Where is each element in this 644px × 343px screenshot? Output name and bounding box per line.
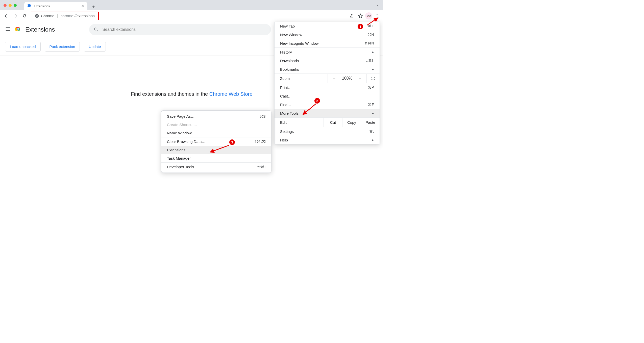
menu-zoom: Zoom − 100% + [275,74,380,83]
menu-bookmarks[interactable]: Bookmarks▸ [275,65,380,74]
annotation-arrow-3 [208,144,231,154]
hamburger-icon[interactable] [5,26,11,33]
annotation-badge-3: 3 [229,139,235,145]
menu-more-tools[interactable]: More Tools▸ [275,109,380,117]
annotation-badge-2: 2 [314,98,320,104]
browser-toolbar: Chrome chrome://extensions 👓 [0,10,383,21]
menu-history[interactable]: History▸ [275,48,380,56]
pack-extension-button[interactable]: Pack extension [45,42,80,52]
menu-help[interactable]: Help▸ [275,136,380,144]
search-input[interactable] [102,27,266,32]
reload-button[interactable] [21,12,28,20]
chrome-main-menu: New Tab⌘T New Window⌘N New Incognito Win… [274,22,380,144]
tab-close-icon[interactable]: ✕ [81,4,84,8]
window-maximize-button[interactable] [14,4,17,7]
window-minimize-button[interactable] [9,4,12,7]
menu-cast[interactable]: Cast… [275,92,380,100]
zoom-out-button[interactable]: − [328,74,341,83]
tab-title: Extensions [34,4,50,8]
site-chip-label: Chrome [41,14,54,18]
fullscreen-icon[interactable] [366,74,380,83]
more-tools-submenu: Save Page As…⌘S Create Shortcut… Name Wi… [161,110,271,173]
page-title: Extensions [25,26,55,33]
tab-strip: Extensions ✕ + [24,0,97,10]
web-store-link[interactable]: Chrome Web Store [209,91,253,97]
menu-new-tab[interactable]: New Tab⌘T [275,22,380,30]
annotation-badge-1: 1 [358,24,363,29]
share-icon[interactable] [348,12,356,20]
menu-incognito[interactable]: New Incognito Window⇧⌘N [275,39,380,47]
star-icon[interactable] [357,12,364,20]
menu-copy[interactable]: Copy [342,118,361,127]
url-display: chrome://extensions [61,14,94,18]
menu-new-window[interactable]: New Window⌘N [275,30,380,39]
chevron-right-icon: ▸ [372,138,374,142]
back-button[interactable] [3,12,10,20]
zoom-in-button[interactable]: + [354,74,366,83]
chevron-right-icon: ▸ [372,50,374,54]
svg-line-10 [303,104,316,114]
chrome-icon [35,14,39,18]
search-icon [94,27,99,32]
window-titlebar: Extensions ✕ + [0,0,383,10]
submenu-create-shortcut: Create Shortcut… [161,120,271,129]
menu-find[interactable]: Find…⌘F [275,100,380,109]
chip-divider [57,14,58,18]
submenu-save-as[interactable]: Save Page As…⌘S [161,112,271,120]
load-unpacked-button[interactable]: Load unpacked [5,42,41,52]
chrome-logo-icon [15,26,21,33]
chevron-right-icon: ▸ [372,111,374,115]
submenu-name-window[interactable]: Name Window… [161,129,271,137]
svg-point-2 [36,15,38,16]
svg-line-11 [210,145,229,152]
zoom-value: 100% [341,74,354,83]
update-button[interactable]: Update [84,42,106,52]
menu-downloads[interactable]: Downloads⌥⌘L [275,56,380,65]
submenu-dev-tools[interactable]: Developer Tools⌥⌘I [161,163,271,171]
address-bar[interactable]: Chrome chrome://extensions [31,12,99,20]
site-chip[interactable]: Chrome [35,14,54,18]
chevron-right-icon: ▸ [372,67,374,71]
menu-paste[interactable]: Paste [361,118,380,127]
submenu-task-manager[interactable]: Task Manager [161,154,271,162]
forward-button[interactable] [12,12,19,20]
svg-point-3 [377,14,378,15]
puzzle-icon [27,4,31,9]
browser-tab[interactable]: Extensions ✕ [24,2,87,10]
annotation-arrow-2 [301,102,319,116]
annotation-arrow-1 [366,16,381,27]
menu-print[interactable]: Print…⌘P [275,83,380,92]
svg-point-4 [377,15,378,16]
menu-edit-row: Edit Cut Copy Paste [275,118,380,127]
traffic-lights [4,4,17,7]
new-tab-button[interactable]: + [90,3,97,10]
menu-cut[interactable]: Cut [324,118,342,127]
search-field[interactable] [89,24,271,35]
svg-line-9 [367,18,378,25]
menu-settings[interactable]: Settings⌘, [275,127,380,136]
window-close-button[interactable] [4,4,7,7]
tabs-dropdown-icon[interactable] [376,4,379,8]
